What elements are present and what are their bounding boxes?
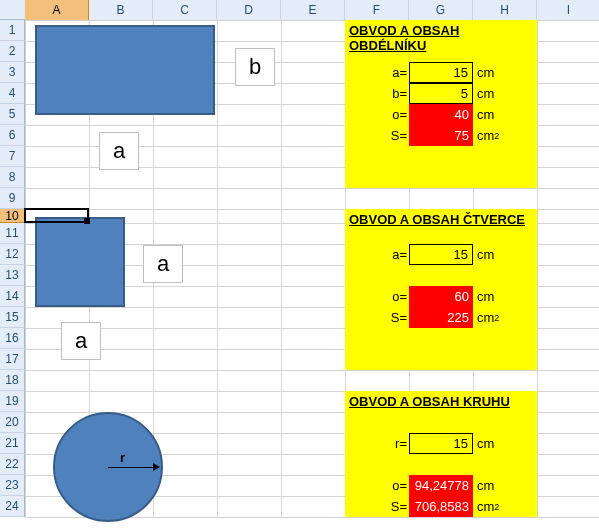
col-header-B[interactable]: B — [89, 0, 153, 20]
circle-title: OBVOD A OBSAH KRUHU — [345, 391, 537, 412]
square-value-2: 60 — [409, 286, 473, 307]
circle-value-0[interactable]: 15 — [409, 433, 473, 454]
row-header-18[interactable]: 18 — [0, 370, 25, 391]
square-label-0: a= — [345, 244, 409, 265]
row-header-17[interactable]: 17 — [0, 349, 25, 370]
radius-arrow — [153, 463, 160, 471]
label-a-rect[interactable]: a — [99, 132, 139, 170]
row-header-6[interactable]: 6 — [0, 125, 25, 146]
row-header-4[interactable]: 4 — [0, 83, 25, 104]
col-header-I[interactable]: I — [537, 0, 599, 20]
circle-unit-2: cm — [473, 475, 537, 496]
square-label-3: S= — [345, 307, 409, 328]
grid[interactable]: b a a a r OBVOD A OBSAH OBDÉLNÍKUa=15cmb… — [25, 20, 599, 532]
row-header-2[interactable]: 2 — [0, 41, 25, 62]
rect1-unit-2: cm — [473, 104, 537, 125]
square-unit-2: cm — [473, 286, 537, 307]
radius-line — [108, 467, 158, 468]
circle-value-2: 94,24778 — [409, 475, 473, 496]
row-header-11[interactable]: 11 — [0, 223, 25, 244]
rect1-unit-3: cm2 — [473, 125, 537, 146]
rect1-unit-0: cm — [473, 62, 537, 83]
col-header-D[interactable]: D — [217, 0, 281, 20]
square-label-2: o= — [345, 286, 409, 307]
row-header-14[interactable]: 14 — [0, 286, 25, 307]
row-header-21[interactable]: 21 — [0, 433, 25, 454]
square-unit-3: cm2 — [473, 307, 537, 328]
row-header-3[interactable]: 3 — [0, 62, 25, 83]
row-header-7[interactable]: 7 — [0, 146, 25, 167]
col-header-E[interactable]: E — [281, 0, 345, 20]
row-headers: 123456789101112131415161718192021222324 — [0, 20, 25, 517]
rectangle-shape[interactable] — [35, 25, 215, 115]
square-value-3: 225 — [409, 307, 473, 328]
square-shape[interactable] — [35, 217, 125, 307]
rect1-label-2: o= — [345, 104, 409, 125]
row-header-15[interactable]: 15 — [0, 307, 25, 328]
circle-value-3: 706,8583 — [409, 496, 473, 517]
row-header-1[interactable]: 1 — [0, 20, 25, 41]
rect1-title: OBVOD A OBSAH OBDÉLNÍKU — [345, 20, 537, 41]
rect1-label-1: b= — [345, 83, 409, 104]
row-header-9[interactable]: 9 — [0, 188, 25, 209]
rect1-label-3: S= — [345, 125, 409, 146]
row-header-13[interactable]: 13 — [0, 265, 25, 286]
rect1-label-0: a= — [345, 62, 409, 83]
col-header-C[interactable]: C — [153, 0, 217, 20]
rect1-value-0[interactable]: 15 — [409, 62, 473, 83]
row-header-22[interactable]: 22 — [0, 454, 25, 475]
label-a-square-bottom[interactable]: a — [61, 322, 101, 360]
square-unit-0: cm — [473, 244, 537, 265]
rect1-value-1[interactable]: 5 — [409, 83, 473, 104]
column-headers: ABCDEFGHI — [0, 0, 599, 20]
row-header-20[interactable]: 20 — [0, 412, 25, 433]
circle-label-3: S= — [345, 496, 409, 517]
row-header-12[interactable]: 12 — [0, 244, 25, 265]
row-header-24[interactable]: 24 — [0, 496, 25, 517]
col-header-H[interactable]: H — [473, 0, 537, 20]
square-value-0[interactable]: 15 — [409, 244, 473, 265]
row-header-5[interactable]: 5 — [0, 104, 25, 125]
col-header-F[interactable]: F — [345, 0, 409, 20]
col-header-A[interactable]: A — [25, 0, 89, 20]
square-title: OBVOD A OBSAH ČTVERCE — [345, 209, 537, 223]
label-b[interactable]: b — [235, 48, 275, 86]
label-a-square-right[interactable]: a — [143, 245, 183, 283]
circle-label-2: o= — [345, 475, 409, 496]
circle-unit-3: cm2 — [473, 496, 537, 517]
col-header-G[interactable]: G — [409, 0, 473, 20]
row-header-10[interactable]: 10 — [0, 209, 25, 223]
row-header-19[interactable]: 19 — [0, 391, 25, 412]
row-header-23[interactable]: 23 — [0, 475, 25, 496]
rect1-unit-1: cm — [473, 83, 537, 104]
rect1-value-3: 75 — [409, 125, 473, 146]
rect1-value-2: 40 — [409, 104, 473, 125]
row-header-16[interactable]: 16 — [0, 328, 25, 349]
spreadsheet: ABCDEFGHI 123456789101112131415161718192… — [0, 0, 599, 532]
radius-label: r — [120, 450, 125, 465]
circle-label-0: r= — [345, 433, 409, 454]
row-header-8[interactable]: 8 — [0, 167, 25, 188]
circle-unit-0: cm — [473, 433, 537, 454]
